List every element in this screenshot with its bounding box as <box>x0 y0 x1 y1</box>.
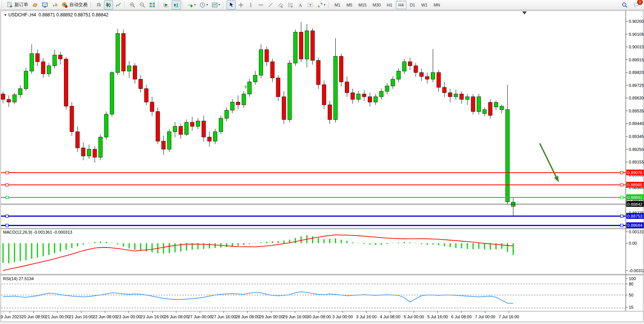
candle-body <box>156 112 160 141</box>
macd-histogram-bar <box>363 243 365 244</box>
timeframe-d1-button[interactable]: D1 <box>407 1 418 9</box>
notification-badge: 1 <box>637 0 643 5</box>
macd-histogram-bar <box>432 243 434 244</box>
signals-icon <box>52 2 58 8</box>
candle-body <box>64 59 68 106</box>
timeframe-m1-button[interactable]: M1 <box>332 1 343 9</box>
candle-body <box>242 94 246 105</box>
line-handle[interactable] <box>6 184 8 186</box>
timeframe-m15-button[interactable]: M15 <box>356 1 369 9</box>
time-tick-label: 21 Jun 00:00 <box>45 314 70 319</box>
rsi-tick-label: 80 <box>629 282 633 286</box>
candle-body <box>477 97 481 112</box>
chevron-down-icon[interactable]: ▾ <box>324 3 325 6</box>
line-handle[interactable] <box>620 215 623 218</box>
candle-body <box>271 62 274 78</box>
line-handle[interactable] <box>620 196 623 199</box>
candle-body <box>213 132 217 141</box>
macd-indicator-label: MACD(12,26,9) -0.001361 -0.000313 <box>3 230 72 234</box>
text-button[interactable]: A <box>296 0 305 10</box>
timeframe-h1-button[interactable]: H1 <box>384 1 395 9</box>
line-handle[interactable] <box>6 224 8 227</box>
tile-windows-icon <box>149 2 155 8</box>
timeframe-w1-button[interactable]: W1 <box>419 1 430 9</box>
auto-scroll-button[interactable] <box>162 0 171 10</box>
candle-body <box>351 93 355 99</box>
macd-histogram-bar <box>151 243 153 252</box>
autotrading-button[interactable]: 自动交易 <box>60 0 89 10</box>
search-button[interactable] <box>620 0 629 10</box>
chart-shift-button[interactable] <box>172 0 181 10</box>
macd-histogram-bar <box>472 243 473 249</box>
macd-histogram-bar <box>341 240 342 243</box>
line-handle[interactable] <box>6 171 8 174</box>
current-price-label: 0.88842 <box>627 202 642 207</box>
timeframe-h4-button[interactable]: H4 <box>396 1 406 9</box>
line-handle[interactable] <box>6 215 8 218</box>
candle-body <box>236 102 240 105</box>
line-chart-button[interactable] <box>114 0 123 10</box>
timeframe-m30-button[interactable]: M30 <box>370 1 383 9</box>
tile-windows-button[interactable] <box>148 0 157 10</box>
candle-body <box>431 72 435 79</box>
candle-body <box>379 91 383 97</box>
chart-title-dropdown-icon[interactable]: ▼ <box>4 13 7 17</box>
candle-body <box>219 118 223 132</box>
crosshair-button[interactable] <box>236 0 245 10</box>
zoom-out-button[interactable] <box>138 0 147 10</box>
macd-histogram-bar <box>20 243 21 261</box>
macd-histogram-bar <box>381 243 382 245</box>
chevron-down-icon[interactable]: ▾ <box>218 3 220 6</box>
timeframe-mn-button[interactable]: MN <box>431 1 443 9</box>
candlestick-chart-button[interactable] <box>104 0 113 10</box>
new-order-button[interactable]: 新订单 <box>5 0 30 10</box>
candle-body <box>110 72 114 114</box>
channel-button[interactable]: E <box>276 0 285 10</box>
line-handle[interactable] <box>620 184 623 186</box>
price-tick-label: 0.89725 <box>629 83 644 88</box>
rsi-indicator-label: RSI(14) 27.5134 <box>3 276 34 281</box>
macd-histogram-bar <box>117 243 118 244</box>
time-tick-label: 5 Jul 00:00 <box>403 314 424 319</box>
trendline-button[interactable] <box>266 0 275 10</box>
periods-button[interactable]: ▾ <box>198 0 209 10</box>
line-handle[interactable] <box>6 196 8 199</box>
horizontal-line-button[interactable] <box>256 0 265 10</box>
line-handle[interactable] <box>620 224 623 227</box>
candle-body <box>47 66 51 74</box>
time-tick-label: 21 Jun 16:00 <box>69 314 93 319</box>
price-tick-label: 0.90200 <box>629 19 644 24</box>
indicators-button[interactable]: ▾ <box>186 0 197 10</box>
candle-body <box>116 34 120 72</box>
macd-histogram-bar <box>65 243 67 250</box>
vertical-line-icon <box>248 2 254 8</box>
macd-histogram-bar <box>484 243 485 249</box>
chat-button[interactable]: 1 <box>632 0 641 10</box>
bar-chart-button[interactable] <box>94 0 103 10</box>
zoom-in-button[interactable] <box>128 0 137 10</box>
candle-body <box>18 89 22 95</box>
new-order-icon <box>7 2 13 8</box>
candle-body <box>454 94 458 97</box>
chevron-down-icon[interactable]: ▾ <box>194 3 196 6</box>
templates-button[interactable]: ▾ <box>210 0 222 10</box>
chevron-down-icon[interactable]: ▾ <box>206 3 208 6</box>
chart-window[interactable]: 0.902000.901050.900100.899150.898200.897… <box>0 10 644 324</box>
cursor-button[interactable] <box>226 0 236 10</box>
timeframe-m5-button[interactable]: M5 <box>344 1 355 9</box>
text-label-button[interactable]: T <box>306 0 315 10</box>
toolbar-grip <box>124 2 126 8</box>
chart-canvas[interactable]: 0.902000.901050.900100.899150.898200.897… <box>0 10 644 324</box>
text-label-icon: T <box>307 2 313 8</box>
signals-button[interactable] <box>50 0 59 10</box>
macd-histogram-bar <box>398 242 399 243</box>
arrows-button[interactable]: ▾ <box>316 0 327 10</box>
profiles-icon <box>32 2 38 8</box>
cursor-icon <box>228 2 234 8</box>
profiles-button[interactable] <box>30 0 40 10</box>
charts-button[interactable] <box>40 0 49 10</box>
vertical-line-button[interactable] <box>246 0 255 10</box>
fibonacci-button[interactable]: F <box>286 0 295 10</box>
price-tick-label: 0.89250 <box>629 147 644 152</box>
line-handle[interactable] <box>620 171 623 174</box>
